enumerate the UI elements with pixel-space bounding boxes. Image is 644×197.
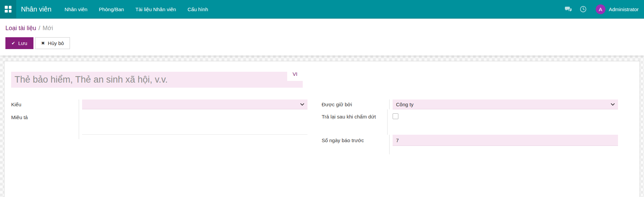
breadcrumb-parent-link[interactable]: Loại tài liệu xyxy=(5,25,36,31)
chat-bubbles-icon[interactable] xyxy=(565,5,572,13)
user-name: Administrator xyxy=(609,6,639,12)
breadcrumb-separator: / xyxy=(39,25,40,31)
check-icon: ✔ xyxy=(11,41,15,46)
menu-item-employees[interactable]: Nhân viên xyxy=(59,0,93,18)
held-by-select[interactable]: Công ty xyxy=(393,100,618,109)
notice-days-input[interactable]: 7 xyxy=(393,135,618,146)
avatar: A xyxy=(596,4,605,14)
top-navbar: Nhân viên Nhân viên Phòng/Ban Tài liệu N… xyxy=(0,0,644,19)
content-area: Thẻ bảo hiểm, Thẻ an sinh xã hội, v.v. V… xyxy=(0,56,644,197)
document-type-name-field: Thẻ bảo hiểm, Thẻ an sinh xã hội, v.v. V… xyxy=(11,72,303,88)
user-menu[interactable]: A Administrator xyxy=(596,4,639,14)
app-title[interactable]: Nhân viên xyxy=(21,5,51,13)
label-column-spacer xyxy=(11,135,79,139)
navbar-right: A Administrator xyxy=(557,4,644,14)
label-column-spacer xyxy=(322,146,390,154)
breadcrumb-current: Mới xyxy=(43,25,53,31)
apps-grid-icon xyxy=(5,6,11,13)
type-label: Kiểu xyxy=(11,100,79,109)
form-sheet: Thẻ bảo hiểm, Thẻ an sinh xã hội, v.v. V… xyxy=(4,61,640,197)
chevron-down-icon xyxy=(611,102,615,107)
right-field-group: Được giữ bởi Công ty Trả lại sau khi chấ… xyxy=(322,100,618,154)
button-row: ✔ Lưu ✖ Hủy bỏ xyxy=(5,37,639,49)
chevron-down-icon xyxy=(300,102,304,107)
apps-menu-button[interactable] xyxy=(0,0,16,18)
save-button[interactable]: ✔ Lưu xyxy=(5,37,33,49)
save-button-label: Lưu xyxy=(18,40,27,46)
name-input[interactable]: Thẻ bảo hiểm, Thẻ an sinh xã hội, v.v. xyxy=(11,72,303,88)
menu-item-departments[interactable]: Phòng/Ban xyxy=(93,0,130,18)
clock-icon[interactable] xyxy=(579,5,587,13)
control-panel: Loại tài liệu/Mới ✔ Lưu ✖ Hủy bỏ xyxy=(0,19,644,56)
held-by-label: Được giữ bởi xyxy=(322,100,390,109)
discard-button-label: Hủy bỏ xyxy=(48,40,64,46)
main-menu: Nhân viên Phòng/Ban Tài liệu Nhân viên C… xyxy=(59,0,214,18)
left-field-group: Kiểu Miêu tả xyxy=(11,100,307,154)
close-icon: ✖ xyxy=(41,41,45,46)
type-select[interactable] xyxy=(82,100,307,109)
return-on-termination-checkbox[interactable] xyxy=(393,113,398,119)
translation-badge[interactable]: VI xyxy=(287,67,303,81)
discard-button[interactable]: ✖ Hủy bỏ xyxy=(35,37,70,49)
field-groups: Kiểu Miêu tả Được giữ xyxy=(11,100,633,154)
description-label: Miêu tả xyxy=(11,109,79,135)
menu-item-configuration[interactable]: Cấu hình xyxy=(182,0,214,18)
menu-item-employee-documents[interactable]: Tài liệu Nhân viên xyxy=(130,0,182,18)
notice-days-label: Số ngày báo trước xyxy=(322,135,390,146)
return-on-termination-label: Trả lại sau khi chấm dứt xyxy=(322,109,388,135)
breadcrumb: Loại tài liệu/Mới xyxy=(5,24,639,32)
description-textarea[interactable] xyxy=(82,109,307,135)
held-by-select-value: Công ty xyxy=(396,102,414,107)
